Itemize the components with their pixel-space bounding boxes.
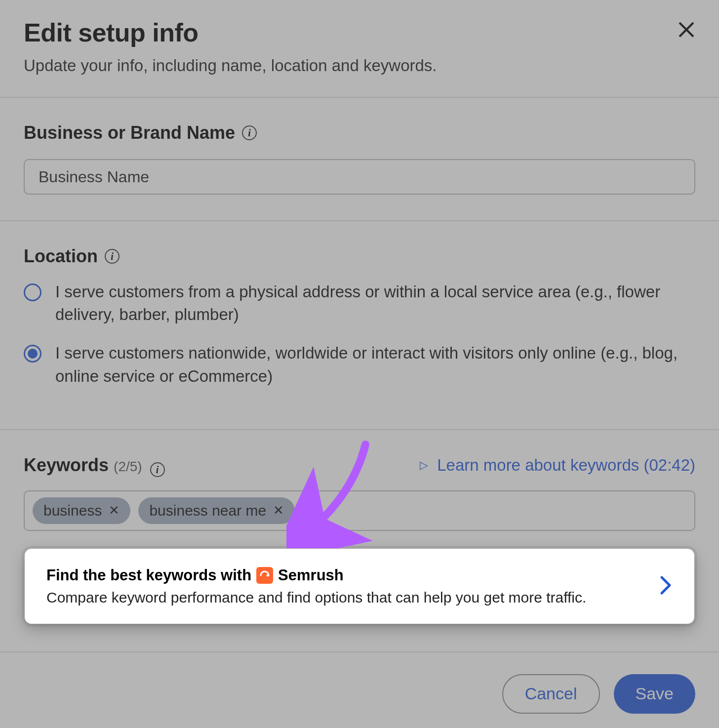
location-label: Location — [24, 246, 98, 267]
play-icon: ▷ — [420, 459, 428, 472]
business-section: Business or Brand Name i — [0, 98, 719, 221]
keyword-tag-label: business near me — [149, 502, 266, 519]
save-button[interactable]: Save — [614, 674, 696, 714]
location-section: Location i I serve customers from a phys… — [0, 221, 719, 430]
location-option-label: I serve customers nationwide, worldwide … — [55, 342, 695, 387]
close-icon — [678, 21, 695, 39]
semrush-title: Find the best keywords with Semrush — [46, 566, 586, 584]
semrush-brand: Semrush — [278, 566, 344, 584]
modal-footer: Cancel Save — [0, 652, 719, 728]
modal-subtitle: Update your info, including name, locati… — [24, 56, 695, 75]
keywords-label: Keywords — [24, 455, 109, 476]
keywords-header: Keywords (2/5) i ▷ Learn more about keyw… — [24, 455, 695, 476]
business-label: Business or Brand Name — [24, 122, 235, 143]
info-icon[interactable]: i — [242, 125, 257, 140]
chevron-right-icon — [659, 574, 673, 598]
radio-icon — [24, 345, 41, 363]
keywords-count: (2/5) — [114, 459, 142, 475]
modal-title: Edit setup info — [24, 18, 695, 47]
keyword-tag: business✕ — [33, 497, 130, 524]
location-option-physical[interactable]: I serve customers from a physical addres… — [24, 281, 695, 326]
semrush-card[interactable]: Find the best keywords with Semrush Comp… — [25, 549, 694, 624]
remove-tag-icon[interactable]: ✕ — [273, 503, 284, 518]
keyword-tag: business near me✕ — [138, 497, 295, 524]
business-label-row: Business or Brand Name i — [24, 122, 695, 143]
info-icon[interactable]: i — [150, 462, 165, 477]
keyword-tag-label: business — [43, 502, 102, 519]
keywords-input[interactable]: business✕business near me✕ — [24, 490, 695, 531]
learn-more-text: Learn more about keywords (02:42) — [437, 456, 695, 475]
cancel-button[interactable]: Cancel — [502, 674, 600, 714]
location-label-row: Location i — [24, 246, 695, 267]
business-name-input[interactable] — [24, 159, 695, 195]
modal-header: Edit setup info Update your info, includ… — [0, 0, 719, 98]
close-button[interactable] — [678, 21, 695, 40]
location-option-online[interactable]: I serve customers nationwide, worldwide … — [24, 342, 695, 387]
semrush-logo-icon — [256, 567, 273, 584]
learn-more-keywords-link[interactable]: ▷ Learn more about keywords (02:42) — [420, 456, 695, 475]
radio-icon — [24, 283, 41, 301]
semrush-description: Compare keyword performance and find opt… — [46, 589, 586, 606]
location-option-label: I serve customers from a physical addres… — [55, 281, 695, 326]
info-icon[interactable]: i — [105, 249, 120, 264]
semrush-title-prefix: Find the best keywords with — [46, 566, 251, 584]
remove-tag-icon[interactable]: ✕ — [109, 503, 120, 518]
svg-point-2 — [267, 574, 269, 576]
location-radio-group: I serve customers from a physical addres… — [24, 281, 695, 388]
keywords-section: Keywords (2/5) i ▷ Learn more about keyw… — [0, 430, 719, 652]
